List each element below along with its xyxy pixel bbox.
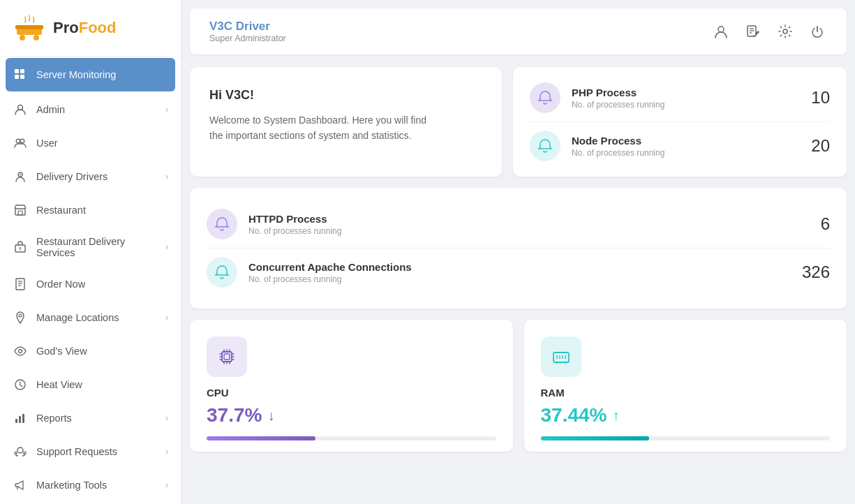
sidebar-item-label: Heat View bbox=[36, 379, 168, 390]
httpd-info: HTTPD Process No. of processes running bbox=[248, 213, 341, 236]
ram-label: RAM bbox=[541, 387, 831, 399]
welcome-message: Welcome to System Dashboard. Here you wi… bbox=[209, 112, 482, 144]
grid-icon bbox=[13, 67, 28, 82]
httpd-icon-wrap bbox=[207, 209, 237, 239]
sidebar-item-label: Support Requests bbox=[36, 446, 165, 457]
sidebar-item-label: Delivery Drivers bbox=[36, 171, 165, 182]
sidebar-item-label: Admin bbox=[36, 104, 165, 115]
eye-icon bbox=[13, 343, 28, 359]
httpd-bell-icon bbox=[214, 216, 230, 232]
sidebar-item-restaurant[interactable]: Restaurant bbox=[0, 193, 181, 227]
php-process-row: PHP Process No. of processes running 10 bbox=[530, 74, 830, 122]
cpu-value: 37.7% ↓ bbox=[207, 404, 496, 427]
main-content: V3C Driver Super Administrator bbox=[181, 0, 855, 504]
svg-point-21 bbox=[19, 314, 22, 317]
apache-title: Concurrent Apache Connections bbox=[248, 261, 412, 273]
driver-role: Super Administrator bbox=[209, 34, 286, 43]
cpu-icon bbox=[207, 336, 247, 377]
php-process-info: PHP Process No. of processes running bbox=[572, 87, 664, 110]
cpu-trend-icon: ↓ bbox=[267, 408, 274, 424]
svg-point-39 bbox=[783, 29, 787, 34]
bell-icon bbox=[537, 90, 553, 105]
header-icons bbox=[711, 22, 827, 41]
svg-rect-40 bbox=[222, 352, 232, 362]
logo-icon bbox=[13, 11, 46, 45]
svg-point-10 bbox=[20, 139, 24, 143]
cpu-bar bbox=[207, 436, 496, 440]
httpd-sub: No. of processes running bbox=[248, 226, 341, 236]
chevron-right-icon: › bbox=[165, 105, 168, 114]
apache-bell-icon bbox=[214, 265, 230, 280]
logo: ProFood bbox=[0, 0, 181, 57]
sidebar-item-user[interactable]: User bbox=[0, 126, 181, 160]
svg-rect-26 bbox=[22, 414, 24, 423]
ram-bar-fill bbox=[541, 436, 649, 440]
sidebar-item-manage-locations[interactable]: Manage Locations › bbox=[0, 301, 181, 334]
sidebar-item-support[interactable]: Support Requests › bbox=[0, 435, 181, 468]
chevron-right-icon: › bbox=[165, 480, 168, 490]
httpd-card: HTTPD Process No. of processes running 6… bbox=[190, 188, 847, 309]
cpu-bar-fill bbox=[207, 436, 315, 440]
sidebar-item-restaurant-delivery[interactable]: Restaurant Delivery Services › bbox=[0, 227, 181, 267]
node-process-sub: No. of processes running bbox=[572, 148, 664, 158]
php-process-title: PHP Process bbox=[572, 87, 664, 98]
svg-rect-25 bbox=[19, 416, 21, 423]
ram-trend-icon: ↑ bbox=[612, 408, 619, 424]
cpu-label: CPU bbox=[207, 387, 496, 399]
megaphone-icon bbox=[13, 477, 28, 493]
svg-rect-24 bbox=[15, 419, 17, 423]
sidebar-item-marketing[interactable]: Marketing Tools › bbox=[0, 468, 181, 502]
sidebar: ProFood Server Monitoring Admin › bbox=[0, 0, 181, 504]
httpd-title: HTTPD Process bbox=[248, 213, 341, 225]
node-process-info: Node Process No. of processes running bbox=[572, 135, 664, 158]
power-icon[interactable] bbox=[808, 22, 827, 41]
svg-rect-14 bbox=[18, 211, 22, 215]
sidebar-item-delivery-drivers[interactable]: Delivery Drivers › bbox=[0, 160, 181, 193]
sidebar-item-label: Restaurant bbox=[36, 205, 168, 216]
edit-icon[interactable] bbox=[743, 22, 763, 41]
driver-name: V3C Driver bbox=[209, 20, 286, 34]
headset-icon bbox=[13, 444, 28, 459]
svg-point-12 bbox=[20, 174, 21, 175]
svg-rect-17 bbox=[16, 279, 24, 290]
sidebar-item-order-now[interactable]: Order Now bbox=[0, 267, 181, 301]
chevron-right-icon: › bbox=[165, 447, 168, 457]
person-icon bbox=[13, 102, 28, 117]
sidebar-item-label: Restaurant Delivery Services bbox=[36, 236, 165, 258]
php-process-sub: No. of processes running bbox=[572, 100, 664, 110]
sidebar-item-gods-view[interactable]: God's View bbox=[0, 334, 181, 368]
svg-point-9 bbox=[16, 139, 20, 143]
chevron-right-icon: › bbox=[165, 242, 168, 252]
sidebar-item-reports[interactable]: Reports › bbox=[0, 401, 181, 435]
svg-rect-54 bbox=[553, 353, 569, 362]
header: V3C Driver Super Administrator bbox=[190, 8, 847, 54]
sidebar-item-server-monitoring[interactable]: Server Monitoring bbox=[6, 58, 175, 91]
sidebar-item-label: Marketing Tools bbox=[36, 480, 165, 491]
sidebar-item-heat-view[interactable]: Heat View bbox=[0, 368, 181, 401]
process-cards: PHP Process No. of processes running 10 bbox=[513, 67, 847, 177]
node-process-row: Node Process No. of processes running 20 bbox=[530, 122, 830, 170]
svg-rect-13 bbox=[15, 209, 25, 215]
sidebar-item-label: Reports bbox=[36, 413, 165, 424]
svg-point-27 bbox=[17, 447, 23, 453]
svg-rect-4 bbox=[15, 69, 19, 73]
sidebar-item-label: God's View bbox=[36, 346, 168, 357]
people-icon bbox=[13, 135, 28, 151]
sidebar-item-admin[interactable]: Admin › bbox=[0, 93, 181, 126]
delivery-icon bbox=[13, 169, 28, 184]
bottom-row: CPU 37.7% ↓ bbox=[190, 320, 847, 452]
sidebar-item-label: Manage Locations bbox=[36, 312, 165, 323]
apache-row: Concurrent Apache Connections No. of pro… bbox=[207, 249, 830, 296]
php-icon-wrap bbox=[530, 82, 560, 113]
box-icon bbox=[13, 239, 28, 255]
logo-text: ProFood bbox=[53, 19, 116, 37]
svg-point-0 bbox=[20, 35, 25, 40]
settings-icon[interactable] bbox=[775, 22, 795, 41]
receipt-icon bbox=[13, 276, 28, 292]
node-process-count: 20 bbox=[811, 136, 830, 156]
svg-point-34 bbox=[718, 27, 724, 32]
welcome-card: Hi V3C! Welcome to System Dashboard. Her… bbox=[190, 67, 502, 177]
bar-chart-icon bbox=[13, 410, 28, 426]
profile-icon[interactable] bbox=[711, 22, 731, 41]
dashboard-content: Hi V3C! Welcome to System Dashboard. Her… bbox=[181, 67, 855, 460]
